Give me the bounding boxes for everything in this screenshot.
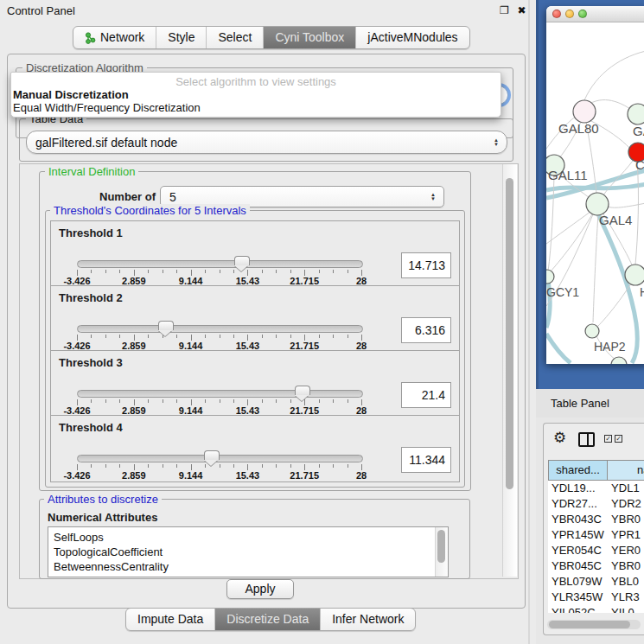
interval-definition-label: Interval Definition: [45, 165, 138, 178]
float-window-icon[interactable]: ❐: [498, 4, 511, 17]
table-panel-window: ⚙ ✓ ✓ shared... na YDL19...YDL1 YDR27...…: [543, 423, 644, 635]
node-hap2[interactable]: [585, 324, 599, 338]
checkbox-icon[interactable]: ✓: [604, 435, 612, 443]
table-row[interactable]: YBL079WYBL0: [548, 574, 644, 590]
tab-network[interactable]: Network: [73, 27, 156, 48]
node-label-hap2: HAP2: [594, 340, 626, 354]
attributes-scrollbar[interactable]: [435, 527, 448, 577]
network-nodes[interactable]: [546, 100, 644, 364]
minimize-traffic-icon[interactable]: [565, 10, 574, 18]
slider-thumb[interactable]: [234, 256, 250, 265]
slider-track[interactable]: [77, 455, 363, 462]
settings-scrollbar-thumb[interactable]: [506, 178, 513, 489]
top-tabbar: Network Style Select Cyni Toolbox jActiv…: [73, 26, 470, 49]
slider-thumb[interactable]: [158, 321, 174, 330]
list-item[interactable]: SelfLoops: [48, 530, 448, 545]
threshold-4-slider[interactable]: -3.4262.8599.14415.4321.71528: [77, 450, 361, 480]
node-label-gcy1: GCY1: [546, 285, 579, 299]
slider-scale: -3.4262.8599.14415.4321.71528: [77, 270, 361, 285]
slider-scale: -3.4262.8599.14415.4321.71528: [77, 399, 361, 415]
node-label-partial-top: GA: [633, 124, 644, 138]
tab-select[interactable]: Select: [206, 27, 263, 48]
threshold-panel-2: Threshold 2 -3.4262.8599.14415.4321.7152…: [50, 285, 460, 353]
node-label-gal4: GAL4: [599, 213, 632, 227]
node-gal80[interactable]: [573, 100, 596, 123]
bottom-tabbar: Impute Data Discretize Data Infer Networ…: [125, 608, 416, 631]
tab-infer-network-label: Infer Network: [332, 609, 404, 630]
threshold-3-label: Threshold 3: [59, 356, 123, 369]
table-row[interactable]: YBR043CYBR0: [548, 512, 644, 527]
table-data-combo[interactable]: galFiltered.sif default node ▲▼: [26, 131, 507, 154]
table-row[interactable]: YIL052CYIL0: [548, 605, 644, 613]
tab-jactivemnodules[interactable]: jActiveMNodules: [355, 27, 469, 48]
column-header-shared-name[interactable]: shared...: [548, 460, 608, 481]
attributes-group-label: Attributes to discretize: [44, 493, 162, 506]
threshold-3-slider[interactable]: -3.4262.8599.14415.4321.71528: [77, 386, 361, 415]
tab-cyni-toolbox[interactable]: Cyni Toolbox: [263, 27, 355, 48]
tab-cyni-toolbox-label: Cyni Toolbox: [275, 27, 344, 48]
node-label-gal80: GAL80: [558, 121, 599, 136]
list-item[interactable]: BetweennessCentrality: [48, 559, 448, 574]
gear-icon[interactable]: ⚙: [553, 429, 566, 447]
slider-thumb[interactable]: [295, 386, 310, 395]
threshold-1-slider[interactable]: -3.4262.8599.14415.4321.71528: [77, 256, 361, 285]
tab-infer-network[interactable]: Infer Network: [320, 609, 415, 630]
node-partial-right[interactable]: [625, 265, 644, 285]
tab-jactivemnodules-label: jActiveMNodules: [367, 27, 457, 48]
num-intervals-value: 5: [161, 190, 430, 204]
tab-select-label: Select: [218, 27, 252, 48]
node-partial-top[interactable]: [628, 104, 644, 124]
attributes-list[interactable]: SelfLoops TopologicalCoefficient Between…: [48, 526, 449, 577]
slider-scale: -3.4262.8599.14415.4321.71528: [77, 464, 361, 480]
attributes-scrollbar-thumb[interactable]: [437, 530, 445, 563]
close-window-icon[interactable]: ✖: [515, 4, 528, 17]
algorithm-option-manual[interactable]: Manual Discretization: [13, 88, 129, 101]
table-row[interactable]: YLR345WYLR3: [548, 590, 644, 605]
table-header: shared... na: [548, 460, 644, 481]
threshold-panel-4: Threshold 4 -3.4262.8599.14415.4321.7152…: [50, 415, 460, 482]
spinner-icon: ▲▼: [430, 193, 436, 201]
node-gcy1[interactable]: [546, 270, 554, 284]
table-row[interactable]: YDR27...YDR2: [548, 496, 644, 512]
slider-track[interactable]: [77, 390, 363, 398]
tab-style[interactable]: Style: [156, 27, 206, 48]
columns-icon[interactable]: [578, 432, 595, 447]
list-item[interactable]: TopologicalCoefficient: [48, 545, 448, 559]
node-label-partial-right: H: [640, 285, 644, 299]
tab-impute-data-label: Impute Data: [137, 609, 203, 630]
checkbox-icon[interactable]: ✓: [615, 435, 622, 443]
threshold-2-value-input[interactable]: [401, 317, 451, 343]
table-row[interactable]: YPR145WYPR1: [548, 527, 644, 543]
network-canvas[interactable]: GAL80 GA C GAL11 GAL4 H GCY1 HAP2: [546, 22, 644, 364]
threshold-2-slider[interactable]: -3.4262.8599.14415.4321.71528: [77, 321, 361, 350]
slider-track[interactable]: [77, 325, 363, 333]
table-panel-title: Table Panel: [551, 397, 609, 410]
algorithm-popup: Select algorithm to view settings Manual…: [10, 72, 501, 118]
table-row[interactable]: YBR045CYBR0: [548, 558, 644, 574]
spinner-icon: ▲▼: [494, 138, 499, 147]
algorithm-popup-hint: Select algorithm to view settings: [11, 75, 501, 88]
app-root: Control Panel ❐ ✖ Network Style Select C…: [0, 0, 644, 644]
network-window-titlebar[interactable]: [546, 6, 644, 22]
slider-scale: -3.4262.8599.14415.4321.71528: [77, 335, 361, 350]
algorithm-option-equal-width[interactable]: Equal Width/Frequency Discretization: [13, 101, 201, 114]
table-hscrollbar[interactable]: [547, 620, 641, 629]
threshold-4-value-input[interactable]: [401, 447, 451, 473]
table-hscrollbar-thumb[interactable]: [549, 621, 630, 628]
slider-thumb[interactable]: [204, 450, 220, 460]
table-row[interactable]: YDL19...YDL1: [548, 481, 644, 496]
zoom-traffic-icon[interactable]: [578, 10, 587, 18]
settings-scrollbar[interactable]: [502, 164, 517, 577]
column-header-name[interactable]: na: [608, 460, 644, 481]
table-row[interactable]: YER054CYER0: [548, 543, 644, 558]
threshold-2-label: Threshold 2: [59, 291, 123, 304]
tab-impute-data[interactable]: Impute Data: [126, 609, 214, 630]
network-icon: [85, 32, 96, 44]
threshold-1-value-input[interactable]: [401, 252, 451, 278]
node-label-gal11: GAL11: [548, 168, 588, 182]
slider-track[interactable]: [77, 260, 363, 268]
tab-discretize-data[interactable]: Discretize Data: [214, 609, 320, 630]
apply-button[interactable]: Apply: [226, 579, 294, 599]
threshold-3-value-input[interactable]: [401, 382, 451, 408]
close-traffic-icon[interactable]: [552, 10, 561, 18]
